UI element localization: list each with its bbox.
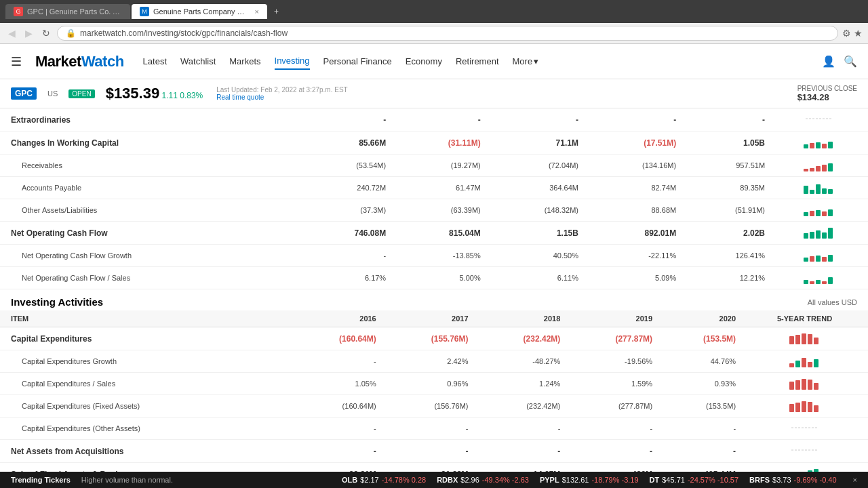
ticker-symbol: DT <box>650 476 660 484</box>
row-val: - <box>566 418 658 440</box>
row-val: (153.5M) <box>658 395 741 418</box>
svg-rect-48 <box>802 379 806 390</box>
ticker-change: -14.78% 0.28 <box>382 476 426 484</box>
svg-rect-14 <box>822 188 827 194</box>
table-row: Capital Expenditures(160.64M)(155.76M)(2… <box>0 327 868 350</box>
nav-more[interactable]: More ▾ <box>513 56 539 66</box>
row-val: (277.87M) <box>566 327 658 350</box>
new-tab-button[interactable]: + <box>269 4 284 19</box>
svg-rect-28 <box>816 256 821 262</box>
nav-markets[interactable]: Markets <box>229 54 260 69</box>
nav-hamburger[interactable]: ☰ <box>11 54 22 69</box>
ticker-change: -18.79% -3.19 <box>591 476 638 484</box>
row-val: 0.96% <box>382 373 474 395</box>
address-bar[interactable]: 🔒 marketwatch.com/investing/stock/gpc/fi… <box>57 26 838 41</box>
ticker-change: -9.69% -0.40 <box>794 476 837 484</box>
nav-latest[interactable]: Latest <box>143 54 167 69</box>
bookmark-button[interactable]: ★ <box>854 28 863 39</box>
stock-price-section: $135.39 1.11 0.83% <box>106 85 203 102</box>
row-val: - <box>391 108 486 131</box>
reload-button[interactable]: ↻ <box>39 26 53 40</box>
svg-rect-16 <box>804 212 808 216</box>
trend-cell <box>770 222 868 245</box>
stock-status: OPEN <box>68 89 94 98</box>
svg-rect-6 <box>804 169 808 171</box>
nav-watchlist[interactable]: Watchlist <box>180 54 216 69</box>
browser-tab-1[interactable]: G GPC | Genuine Parts Co. Annual... <box>5 4 130 19</box>
row-val: -13.85% <box>391 245 486 267</box>
svg-rect-34 <box>822 281 827 284</box>
nav-retirement[interactable]: Retirement <box>456 54 499 69</box>
svg-rect-44 <box>808 362 812 367</box>
row-val: (277.87M) <box>566 395 658 418</box>
row-val: 82.74M <box>584 177 682 199</box>
investing-activities-title: Investing Activities <box>11 296 103 308</box>
svg-rect-9 <box>822 165 827 171</box>
row-val: 71.1M <box>486 131 584 155</box>
col-2017: 2017 <box>382 310 474 327</box>
forward-button[interactable]: ▶ <box>22 26 35 40</box>
ticker-item[interactable]: RDBX $2.96 -49.34% -2.63 <box>437 476 529 484</box>
row-val: 1.24% <box>474 373 566 395</box>
row-val: - <box>290 350 382 373</box>
ticker-item[interactable]: BRFS $3.73 -9.69% -0.40 <box>749 476 836 484</box>
ticker-item[interactable]: DT $45.71 -24.57% -10.57 <box>650 476 739 484</box>
svg-rect-29 <box>822 257 827 262</box>
all-values-label: All values USD <box>808 298 857 306</box>
nav-logo[interactable]: MarketWatch <box>35 53 124 70</box>
row-val: 815.04M <box>391 222 486 245</box>
browser-tab-2[interactable]: M Genuine Parts Company Common Sto... × <box>132 4 267 19</box>
row-val: (232.42M) <box>474 327 566 350</box>
table-row: Net Assets from Acquisitions----- <box>0 440 868 463</box>
nav-personal-finance[interactable]: Personal Finance <box>323 54 392 69</box>
trend-cell <box>741 395 868 418</box>
svg-rect-37 <box>795 335 800 344</box>
row-val: 1.59% <box>566 373 658 395</box>
ticker-price: $2.17 <box>360 476 379 484</box>
operating-cashflow-table: Extraordinaries-----Changes In Working C… <box>0 108 868 289</box>
stock-prev-close: PREVIOUS CLOSE $134.28 <box>797 85 857 102</box>
back-button[interactable]: ◀ <box>5 26 18 40</box>
row-val: - <box>382 440 474 463</box>
ticker-item[interactable]: OLB $2.17 -14.78% 0.28 <box>342 476 426 484</box>
nav-investing[interactable]: Investing <box>275 53 310 70</box>
tab2-favicon: M <box>140 7 149 16</box>
row-val: (63.39M) <box>391 199 486 222</box>
svg-rect-53 <box>802 401 806 412</box>
svg-rect-41 <box>789 363 794 367</box>
row-val: - <box>474 440 566 463</box>
row-val: 240.72M <box>298 177 391 199</box>
row-val: (160.64M) <box>290 327 382 350</box>
row-item: Net Assets from Acquisitions <box>0 440 290 463</box>
col-2020: 2020 <box>658 310 741 327</box>
svg-rect-46 <box>789 382 794 390</box>
col-2016: 2016 <box>290 310 382 327</box>
trending-bar: Trending Tickers Higher volume than norm… <box>0 472 868 488</box>
ticker-price: $45.71 <box>662 476 685 484</box>
stock-ticker[interactable]: GPC <box>11 87 37 100</box>
row-item: Capital Expenditures Growth <box>0 350 290 373</box>
table-row: Changes In Working Capital85.66M(31.11M)… <box>0 131 868 155</box>
row-item: Net Operating Cash Flow Growth <box>0 245 298 267</box>
ticker-symbol: OLB <box>342 476 357 484</box>
ticker-item[interactable]: PYPL $132.61 -18.79% -3.19 <box>540 476 639 484</box>
nav-user-icon[interactable]: 👤 <box>822 55 835 68</box>
row-val: - <box>382 418 474 440</box>
url-display: marketwatch.com/investing/stock/gpc/fina… <box>80 28 288 38</box>
trending-tickers: OLB $2.17 -14.78% 0.28 RDBX $2.96 -49.34… <box>342 476 837 484</box>
trending-close-button[interactable]: × <box>853 476 857 484</box>
table-row: Net Operating Cash Flow746.08M815.04M1.1… <box>0 222 868 245</box>
tab2-close[interactable]: × <box>255 7 259 16</box>
row-item: Capital Expenditures <box>0 327 290 350</box>
svg-rect-15 <box>828 189 833 194</box>
col-2018: 2018 <box>474 310 566 327</box>
table-row: Capital Expenditures (Fixed Assets)(160.… <box>0 395 868 418</box>
row-val: 85.66M <box>298 131 391 155</box>
svg-rect-30 <box>828 255 833 262</box>
nav-economy[interactable]: Economy <box>406 54 442 69</box>
extensions-button[interactable]: ⚙ <box>842 28 851 39</box>
row-item: Capital Expenditures / Sales <box>0 373 290 395</box>
nav-search-icon[interactable]: 🔍 <box>844 55 857 68</box>
col-trend: 5-YEAR TREND <box>741 310 868 327</box>
trend-cell <box>770 245 868 267</box>
